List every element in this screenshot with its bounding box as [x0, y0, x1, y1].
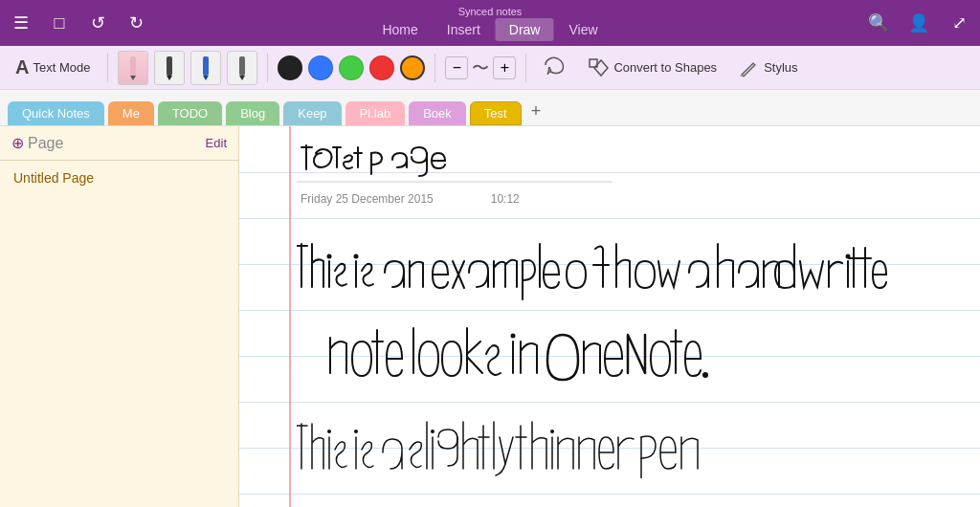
notebook-tab-test[interactable]: Test [470, 101, 522, 125]
handwriting-line3-svg [297, 416, 737, 478]
page-title-svg [297, 136, 679, 188]
svg-marker-1 [130, 76, 136, 80]
convert-label: Convert to Shapes [613, 60, 717, 75]
convert-to-shapes-button[interactable]: Convert to Shapes [580, 55, 724, 81]
size-controls: − 〜 + [445, 56, 516, 79]
content-area: Friday 25 December 2015 10:12 [239, 126, 980, 507]
tab-home[interactable]: Home [368, 18, 431, 41]
top-bar: ☰ □ ↺ ↻ Synced notes Home Insert Draw Vi… [0, 0, 980, 46]
handwritten-content: Friday 25 December 2015 10:12 [297, 136, 970, 478]
pen-swatch-dark[interactable] [154, 51, 185, 85]
svg-point-17 [354, 430, 358, 433]
add-page-button[interactable]: ⊕ Page [11, 134, 63, 152]
add-notebook-button[interactable]: + [525, 99, 547, 123]
line-8 [239, 494, 980, 495]
page-item-untitled[interactable]: Untitled Page [0, 161, 238, 195]
wave-icon: 〜 [472, 56, 489, 79]
svg-marker-9 [594, 60, 608, 76]
svg-marker-7 [239, 76, 245, 80]
handwriting-line2-svg [325, 320, 804, 387]
convert-shapes-icon [588, 57, 609, 78]
search-icon[interactable]: 🔍 [865, 10, 892, 36]
separator-2 [267, 54, 268, 82]
notebook-tab-me[interactable]: Me [108, 101, 154, 125]
lined-page: Friday 25 December 2015 10:12 [239, 126, 980, 507]
edit-button[interactable]: Edit [206, 136, 227, 150]
svg-point-18 [431, 430, 434, 433]
notebook-icon[interactable]: □ [46, 10, 73, 36]
sidebar: ⊕ Page Edit Untitled Page [0, 126, 239, 507]
notebook-tab-boek[interactable]: Boek [409, 101, 466, 125]
top-bar-center: Synced notes Home Insert Draw View [368, 5, 611, 41]
svg-point-15 [702, 372, 708, 378]
separator-1 [107, 54, 108, 82]
pen-swatch-pink[interactable] [118, 51, 148, 85]
toolbar: A Text Mode − 〜 + [0, 46, 980, 90]
nav-tabs: Home Insert Draw View [368, 18, 611, 41]
menu-icon[interactable]: ☰ [8, 10, 34, 36]
tab-view[interactable]: View [555, 18, 611, 41]
notebook-tab-pllab[interactable]: Pl.lab [345, 101, 406, 125]
color-orange[interactable] [400, 55, 425, 80]
stylus-label: Stylus [764, 60, 797, 75]
size-decrease-button[interactable]: − [445, 56, 468, 79]
tab-draw[interactable]: Draw [496, 18, 554, 41]
pen-swatch-gray[interactable] [227, 51, 257, 85]
size-increase-button[interactable]: + [493, 56, 516, 79]
undo-icon[interactable]: ↺ [84, 10, 111, 36]
stylus-button[interactable]: Stylus [730, 55, 805, 81]
sidebar-header: ⊕ Page Edit [0, 126, 238, 161]
add-page-icon: ⊕ [11, 134, 24, 152]
pen-icon-1 [124, 55, 142, 81]
svg-point-12 [354, 254, 359, 259]
color-black[interactable] [278, 55, 302, 80]
color-blue[interactable] [308, 55, 333, 80]
svg-marker-3 [167, 76, 172, 80]
expand-icon[interactable]: ⤢ [946, 10, 972, 36]
svg-point-19 [550, 430, 554, 433]
page-time: 10:12 [491, 192, 520, 206]
sidebar-page-label: ⊕ Page [11, 134, 63, 152]
person-add-icon[interactable]: 👤 [905, 10, 932, 36]
redo-icon[interactable]: ↻ [122, 10, 149, 36]
pen-swatch-blue[interactable] [190, 51, 221, 85]
notebook-tab-todo[interactable]: TODO [158, 101, 222, 125]
page-date: Friday 25 December 2015 [301, 192, 434, 206]
text-a-icon: A [15, 56, 29, 78]
svg-rect-6 [239, 56, 245, 76]
svg-rect-2 [167, 56, 172, 76]
svg-point-14 [511, 334, 516, 339]
svg-point-16 [327, 430, 331, 433]
svg-rect-4 [203, 56, 209, 76]
top-bar-right: 🔍 👤 ⤢ [865, 10, 972, 36]
pen-icon-2 [161, 55, 178, 81]
notebook-tab-blog[interactable]: Blog [226, 101, 279, 125]
page-date-area: Friday 25 December 2015 10:12 [297, 192, 970, 206]
stylus-icon [738, 57, 759, 78]
sync-label: Synced notes [458, 5, 523, 18]
separator-3 [434, 54, 435, 82]
text-mode-button[interactable]: A Text Mode [8, 54, 98, 81]
svg-point-11 [327, 254, 332, 259]
margin-line [289, 126, 291, 507]
svg-marker-5 [203, 76, 209, 80]
top-bar-left: ☰ □ ↺ ↻ [8, 10, 149, 36]
page-label: Page [28, 135, 63, 152]
svg-rect-0 [130, 56, 136, 76]
notebook-tabs: Quick Notes Me TODO Blog Keep Pl.lab Boe… [0, 90, 980, 126]
text-mode-label: Text Mode [33, 60, 90, 75]
notebook-tab-keep[interactable]: Keep [283, 101, 341, 125]
main-area: ⊕ Page Edit Untitled Page [0, 126, 980, 507]
lasso-button[interactable] [536, 50, 574, 85]
color-red[interactable] [369, 55, 394, 80]
tab-insert[interactable]: Insert [434, 18, 494, 41]
notebook-tab-quicknotes[interactable]: Quick Notes [8, 101, 104, 125]
lasso-icon [542, 52, 568, 78]
handwriting-line1-svg [297, 234, 890, 306]
pen-icon-4 [234, 55, 251, 81]
pen-icon-3 [197, 55, 214, 81]
color-green[interactable] [339, 55, 364, 80]
separator-4 [525, 54, 526, 82]
